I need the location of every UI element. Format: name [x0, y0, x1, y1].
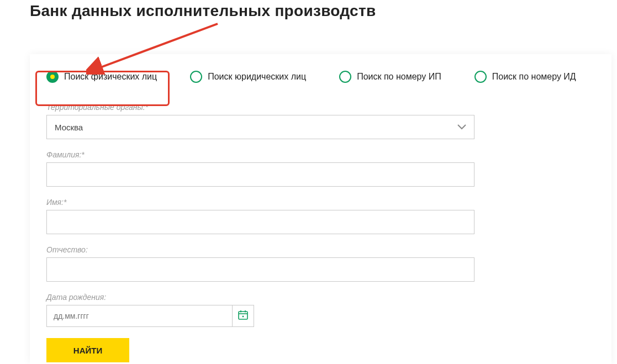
birthdate-label: Дата рождения:	[46, 293, 595, 302]
page-title: Банк данных исполнительных производств	[0, 0, 617, 20]
territory-select[interactable]: Москва	[46, 115, 474, 139]
tab-by-id-number[interactable]: Поиск по номеру ИД	[474, 71, 576, 83]
tab-label: Поиск юридических лиц	[208, 72, 306, 82]
firstname-input[interactable]	[46, 210, 474, 234]
calendar-icon	[238, 309, 249, 323]
radio-unselected-icon	[190, 71, 202, 83]
patronymic-field: Отчество:	[46, 245, 595, 282]
svg-point-4	[242, 316, 244, 318]
search-type-tabs: Поиск физических лиц Поиск юридических л…	[46, 71, 595, 83]
tab-by-ip-number[interactable]: Поиск по номеру ИП	[339, 71, 441, 83]
lastname-field: Фамилия:*	[46, 150, 595, 187]
tab-legal-entities[interactable]: Поиск юридических лиц	[190, 71, 306, 83]
lastname-input[interactable]	[46, 162, 474, 187]
radio-selected-icon	[46, 71, 59, 83]
svg-rect-0	[239, 312, 247, 319]
lastname-label: Фамилия:*	[46, 150, 595, 159]
tab-label: Поиск по номеру ИД	[492, 72, 576, 82]
search-form-card: Поиск физических лиц Поиск юридических л…	[30, 54, 611, 364]
birthdate-field: Дата рождения:	[46, 293, 595, 327]
territory-label: Территориальные органы:*	[46, 103, 595, 112]
territory-value: Москва	[55, 123, 83, 132]
tab-label: Поиск физических лиц	[64, 72, 157, 82]
radio-unselected-icon	[339, 71, 351, 83]
chevron-down-icon	[457, 124, 466, 130]
firstname-field: Имя:*	[46, 198, 595, 234]
territory-field: Территориальные органы:* Москва	[46, 103, 595, 139]
tab-label: Поиск по номеру ИП	[357, 72, 441, 82]
tab-individuals[interactable]: Поиск физических лиц	[46, 71, 157, 83]
patronymic-input[interactable]	[46, 257, 474, 282]
search-button[interactable]: НАЙТИ	[46, 338, 129, 362]
firstname-label: Имя:*	[46, 198, 595, 207]
date-picker-button[interactable]	[232, 305, 254, 327]
radio-unselected-icon	[474, 71, 487, 83]
birthdate-input[interactable]	[46, 305, 232, 327]
patronymic-label: Отчество:	[46, 245, 595, 254]
